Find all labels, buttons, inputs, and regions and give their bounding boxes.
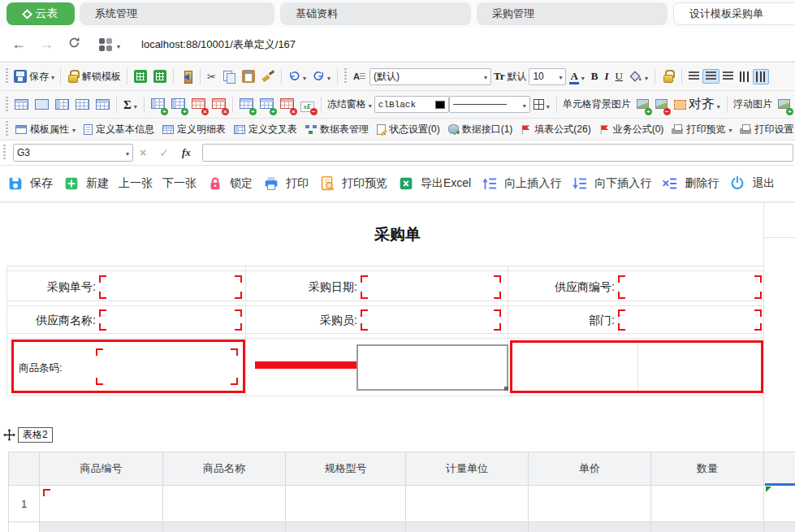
font-format-button[interactable] <box>350 67 369 85</box>
form-design-sheet[interactable]: 采购单 采购单号: 采购日期: 供应商编号: 供应商名称: 采购员: 部门: 商… <box>0 203 795 532</box>
back-icon[interactable]: ← <box>5 36 32 53</box>
template-properties-button[interactable]: 模板属性 <box>11 122 80 137</box>
table-cell[interactable] <box>406 486 529 522</box>
insert-column-right-button[interactable]: + <box>168 95 188 115</box>
action-save-button[interactable]: 保存 <box>6 175 53 192</box>
detail-table[interactable]: 商品编号 商品名称 规格型号 计量单位 单价 数量 1 2 <box>8 452 795 532</box>
column-header[interactable]: 商品编号 <box>40 452 163 486</box>
confirm-icon[interactable]: ✓ <box>159 146 169 159</box>
borders-button[interactable] <box>530 95 553 115</box>
table-cell[interactable] <box>40 522 163 532</box>
status-settings-button[interactable]: 状态设置(0) <box>373 122 444 137</box>
vertical-text-button[interactable] <box>737 69 753 84</box>
selected-cell-g3[interactable] <box>356 344 508 391</box>
formula-input[interactable] <box>202 144 793 162</box>
underline-button[interactable]: U <box>612 68 626 84</box>
freeze-panes-button[interactable]: 冻结窗格 <box>325 96 374 113</box>
toolbar-grip[interactable] <box>6 68 8 84</box>
toolbar-grip[interactable] <box>6 121 8 137</box>
brand-tab[interactable]: 云表 <box>6 2 75 25</box>
url-text[interactable]: localhost:88/10001/表单定义/167 <box>141 37 296 52</box>
field-supplier-no[interactable] <box>618 275 762 299</box>
action-new-button[interactable]: 新建 <box>63 175 109 192</box>
table-corner-cell[interactable] <box>9 452 40 486</box>
align-right-button[interactable] <box>719 69 737 84</box>
field-department[interactable] <box>618 309 762 331</box>
delete-row-button-small[interactable]: × <box>188 95 209 115</box>
tab-design-template-active[interactable]: 设计模板采购单 <box>673 2 795 25</box>
field-supplier-name[interactable] <box>99 309 242 331</box>
tab-system-management[interactable]: 系统管理 <box>80 2 274 25</box>
font-family-select[interactable]: (默认) <box>369 68 491 85</box>
action-print-preview-button[interactable]: 打印预览 <box>318 175 387 192</box>
action-insert-row-below-button[interactable]: 向下插入行 <box>571 175 651 192</box>
border-color-select[interactable]: clBlack <box>374 96 449 113</box>
align-center-button[interactable] <box>702 69 719 84</box>
print-settings-button[interactable]: 打印设置 <box>736 122 795 137</box>
business-formula-button[interactable]: 业务公式(0) <box>595 122 668 137</box>
split-cells-button[interactable] <box>32 97 52 112</box>
import-excel-button[interactable] <box>131 67 150 85</box>
apps-grid-icon[interactable] <box>99 38 112 51</box>
remove-cell-bg-image-button[interactable]: − <box>652 95 671 115</box>
action-export-excel-button[interactable]: 导出Excel <box>397 175 471 192</box>
bold-button[interactable]: B <box>588 68 602 84</box>
detail-table-tab[interactable]: 表格2 <box>3 427 53 443</box>
data-table-manage-button[interactable]: 数据表管理 <box>301 122 373 137</box>
italic-button[interactable]: I <box>602 68 612 84</box>
autofit-button[interactable] <box>93 97 113 112</box>
default-font-button[interactable]: Tr 默认 <box>491 68 529 85</box>
define-basic-info-button[interactable]: 定义基本信息 <box>80 122 158 137</box>
action-next-button[interactable]: 下一张 <box>162 176 197 191</box>
fill-formula-button[interactable]: 填表公式(26) <box>516 122 594 137</box>
action-delete-row-button[interactable]: 删除行 <box>661 175 719 192</box>
copy-button[interactable] <box>219 67 239 85</box>
add-floating-image-button[interactable]: + <box>775 95 793 115</box>
exit-template-button[interactable] <box>177 67 197 85</box>
action-previous-button[interactable]: 上一张 <box>119 176 153 191</box>
format-painter-button[interactable] <box>258 67 278 85</box>
cancel-icon[interactable]: × <box>140 146 146 159</box>
insert-column-left-button[interactable]: + <box>148 95 168 115</box>
action-print-button[interactable]: 打印 <box>262 175 309 192</box>
tab-basic-data[interactable]: 基础资料 <box>280 2 471 25</box>
apps-caret-icon[interactable] <box>117 37 120 52</box>
define-cross-table-button[interactable]: 定义交叉表 <box>230 122 301 137</box>
clear-formula-button[interactable]: xE− <box>297 95 318 115</box>
table-cell[interactable] <box>651 486 764 522</box>
font-color-button[interactable]: A <box>566 67 587 86</box>
action-insert-row-above-button[interactable]: 向上插入行 <box>481 175 561 192</box>
delete-column-button-small[interactable]: × <box>209 95 229 115</box>
data-interface-button[interactable]: 数据接口(1) <box>444 122 517 137</box>
table-cell[interactable] <box>163 486 286 522</box>
line-style-select[interactable] <box>449 96 530 113</box>
column-header[interactable]: 商品名称 <box>163 452 286 486</box>
table-cell[interactable] <box>163 522 286 532</box>
define-detail-table-button[interactable]: 定义明细表 <box>158 122 230 137</box>
column-header[interactable]: 计量单位 <box>406 452 529 486</box>
column-header-partial[interactable] <box>764 452 795 486</box>
unlock-template-button[interactable]: 解锁模板 <box>64 68 123 85</box>
protect-cell-button[interactable] <box>659 67 678 85</box>
export-excel-button[interactable] <box>150 67 170 85</box>
row-number[interactable]: 1 <box>9 486 40 522</box>
font-size-select[interactable]: 10 <box>529 68 566 85</box>
paste-button[interactable] <box>239 67 258 85</box>
field-order-no[interactable] <box>99 275 242 299</box>
field-order-date[interactable] <box>361 275 501 299</box>
merge-rows-button[interactable] <box>52 97 72 112</box>
image-align-button[interactable]: 对齐 <box>671 93 724 115</box>
detail-table-tab-label[interactable]: 表格2 <box>18 427 53 443</box>
cell-name-box[interactable]: G3 <box>13 144 133 162</box>
toolbar-grip[interactable] <box>6 97 8 113</box>
undo-button[interactable] <box>285 67 309 86</box>
column-header[interactable]: 单价 <box>529 452 651 486</box>
field-barcode[interactable] <box>96 348 238 385</box>
table-cell[interactable] <box>529 522 651 532</box>
toolbar-grip[interactable] <box>3 145 6 161</box>
delete-cells-button[interactable]: × <box>277 95 297 115</box>
table-cell[interactable] <box>529 486 651 522</box>
merge-cells-button[interactable] <box>11 97 32 112</box>
action-exit-button[interactable]: 退出 <box>728 175 775 192</box>
table-cell[interactable] <box>40 486 163 522</box>
